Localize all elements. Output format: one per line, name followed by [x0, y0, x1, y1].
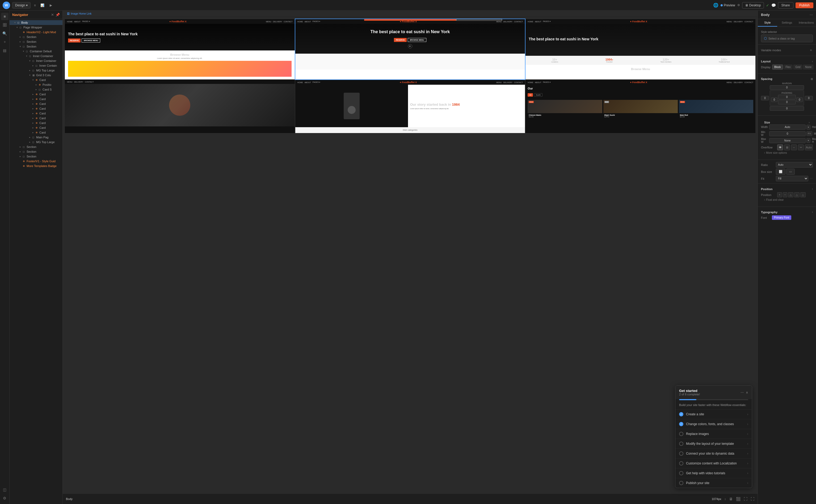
nav-item-container[interactable]: ▾ □ Container Default [10, 49, 62, 54]
padding-right-input[interactable] [796, 97, 803, 102]
add-variable-mode-btn[interactable]: ＋ [809, 48, 813, 53]
nav-item-page-wrapper[interactable]: ▾ □ Page Wrapper [10, 25, 62, 30]
float-clear-link[interactable]: › Float and clear [761, 198, 813, 203]
boxsize-border-btn[interactable]: ⬜ [776, 169, 785, 175]
assets-icon[interactable]: ▤ [1, 47, 8, 54]
font-badge[interactable]: Primary Font [772, 215, 791, 220]
add-element-icon[interactable]: ＋ [1, 38, 8, 46]
fit-select[interactable]: Fill Contain Cover [776, 176, 808, 181]
gs-item-video-tutorials[interactable]: Get help with video tutorials › [676, 468, 752, 478]
nav-item-card2[interactable]: ▸ ⊕ Card [10, 92, 62, 97]
nav-item-card8[interactable]: ▸ ⊕ Card [10, 121, 62, 125]
spacing-icon1[interactable]: ⊞ [811, 78, 813, 80]
fit-more-icon[interactable]: ⋯ [810, 177, 813, 180]
nav-item-section3[interactable]: ▾ □ Section [10, 44, 62, 49]
navigator-close-icon[interactable]: ✕ [51, 13, 54, 17]
gs-collapse-icon[interactable]: ∧ [746, 391, 748, 394]
overflow-scroll-icon[interactable]: ↔ [791, 144, 797, 150]
settings-icon[interactable]: ⚙ [737, 3, 740, 7]
display-grid-btn[interactable]: Grid [793, 65, 802, 70]
page-preview-2[interactable]: HOME ABOUT PAGES ▾ ● FoodBuffet X MENU D… [295, 19, 525, 79]
card-item-3[interactable]: SALE Maki Roll $10.00 [679, 100, 753, 119]
page-preview-4[interactable]: MENU DELIVERY CONTACT [65, 80, 295, 133]
nav-item-inner-container1[interactable]: ▾ □ Inner Container [10, 54, 62, 58]
overflow-auto-icon[interactable]: Auto [805, 144, 813, 150]
nav-item-grid[interactable]: ▾ ⊞ Grid 3 Colu [10, 73, 62, 78]
boxsize-content-btn[interactable]: ▭ [786, 169, 795, 175]
settings-left-icon[interactable]: ⚙ [1, 494, 8, 502]
tablet-view-icon[interactable]: ⬛ [736, 497, 741, 501]
reserve-btn[interactable]: RESERVE [68, 39, 80, 42]
margin-bottom-input[interactable] [770, 106, 804, 111]
gs-item-dynamic-data[interactable]: Connect your site to dynamic data › [676, 449, 752, 458]
more-size-link[interactable]: › More size options [761, 151, 813, 154]
nav-item-header[interactable]: ⊕ Header/V2 - Light Mod [10, 30, 62, 35]
margin-right-input[interactable] [805, 96, 813, 100]
nav-item-card10[interactable]: ▸ ⊕ Card [10, 130, 62, 135]
fullscreen-icon[interactable]: ⛶ [751, 497, 754, 501]
page-preview-3[interactable]: HOME ABOUT PAGES ▾ ● FoodBuffet X MENU D… [525, 19, 755, 79]
gs-item-modify-layout[interactable]: Modify the layout of your template › [676, 439, 752, 449]
tab-settings[interactable]: Settings [777, 19, 797, 27]
gs-item-publish-site[interactable]: Publish your site › [676, 478, 752, 488]
max-w-unit[interactable]: ▾ [806, 138, 810, 143]
design-mode-button[interactable]: Design ▾ [12, 2, 31, 8]
globe-icon[interactable]: 🌐 [713, 3, 719, 8]
history-icon[interactable]: ≡ [33, 3, 37, 7]
nav-item-section6[interactable]: ▸ □ Section [10, 154, 62, 159]
navigator-icon[interactable] [1, 21, 8, 29]
padding-left-input[interactable] [771, 97, 777, 102]
padding-bottom-input[interactable] [778, 100, 796, 104]
tab-style[interactable]: Style [758, 19, 777, 27]
nav-item-inner-container2[interactable]: ▾ □ Inner Container [10, 58, 62, 63]
page-preview-5[interactable]: HOME ABOUT PAGES ▾ ● FoodBuffet X MENU D… [295, 80, 525, 133]
nav-item-section2[interactable]: ▸ □ Section [10, 39, 62, 44]
gs-item-create-site[interactable]: ✓ Create a site › [676, 409, 752, 419]
nav-item-templates[interactable]: ⊕ More Templates Badge [10, 164, 62, 168]
margin-left-input[interactable] [761, 96, 769, 100]
width-input[interactable] [769, 125, 806, 130]
components-icon[interactable]: ◫ [1, 486, 8, 493]
position-abs-btn[interactable]: △ [794, 192, 800, 197]
sushi-btn-filter[interactable]: Sushi [534, 93, 542, 97]
display-none-btn[interactable]: None [803, 65, 814, 70]
position-collapse-icon[interactable]: › [812, 187, 813, 191]
analytics-icon[interactable]: 📊 [39, 3, 45, 7]
nav-item-section5[interactable]: ▸ □ Section [10, 149, 62, 154]
nav-item-footer[interactable]: ⊕ Footer/V1 - Style Guid [10, 159, 62, 164]
nav-item-card3[interactable]: ▸ ⊕ Card [10, 97, 62, 101]
reserve-btn2[interactable]: RESERVE [394, 38, 406, 42]
tab-interactions[interactable]: Interactions [797, 19, 816, 27]
typography-collapse-icon[interactable]: › [812, 211, 813, 214]
class-selector[interactable]: ⬡ Select a class or tag [761, 35, 813, 42]
padding-top-input[interactable] [778, 95, 796, 99]
expand-icon[interactable]: ⛶ [744, 497, 747, 501]
nav-item-inner-container3[interactable]: ▸ □ Inner Contain [10, 63, 62, 68]
browse-btn2[interactable]: BROWSE MENU [408, 38, 426, 42]
nav-item-body[interactable]: ▾ □ Body [10, 20, 62, 25]
resize-icon[interactable]: ↕ [725, 497, 726, 501]
nav-item-card1[interactable]: ▾ ⊕ Card [10, 78, 62, 82]
nav-item-card-s[interactable]: ▸ □ Card S [10, 87, 62, 92]
position-top-btn[interactable]: △ [788, 192, 793, 197]
share-button[interactable]: Share [778, 2, 793, 8]
nav-item-card6[interactable]: ▸ ⊕ Card [10, 111, 62, 116]
nav-item-position1[interactable]: ▸ ⊕ Positio [10, 82, 62, 87]
nav-item-mg-top[interactable]: ▸ □ MG Top Large [10, 68, 62, 73]
page-preview-6[interactable]: HOME ABOUT PAGES ▾ ● FoodBuffet X MENU D… [525, 80, 755, 133]
nav-item-mg-top2[interactable]: ▸ □ MG Top Large [10, 140, 62, 144]
size-collapse-icon[interactable]: › [809, 121, 810, 124]
nav-item-card7[interactable]: ▸ ⊕ Card [10, 116, 62, 121]
nav-item-section1[interactable]: ▸ □ Section [10, 35, 62, 39]
card-item-2[interactable]: NEW Migiri Sushi $14.00 [603, 100, 678, 119]
display-block-btn[interactable]: Block [772, 65, 783, 70]
nav-item-card4[interactable]: ▸ ⊕ Card [10, 101, 62, 106]
gs-item-change-colors[interactable]: ✓ Change colors, fonts, and classes › [676, 419, 752, 429]
nav-item-section4[interactable]: ▸ □ Section [10, 144, 62, 149]
overflow-hidden-icon[interactable]: ⊠ [784, 144, 790, 150]
position-x-btn[interactable]: × [777, 192, 782, 197]
layout-collapse-icon[interactable]: › [812, 60, 813, 63]
min-w-input[interactable] [769, 131, 806, 136]
chat-icon[interactable]: 💬 [771, 3, 776, 7]
gs-more-icon[interactable]: ⋯ [741, 391, 744, 394]
